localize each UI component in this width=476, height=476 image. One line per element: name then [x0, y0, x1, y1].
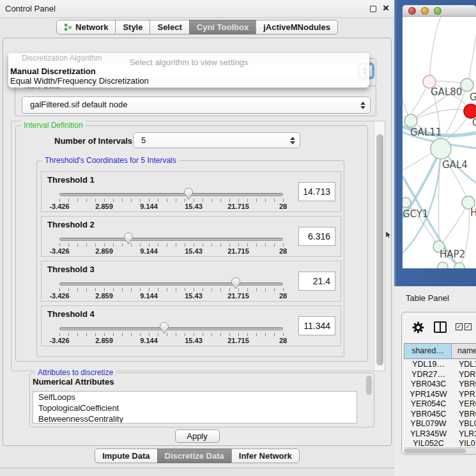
- network-node[interactable]: [454, 263, 464, 268]
- cell-name[interactable]: YBL0: [453, 419, 476, 429]
- network-edge: [429, 17, 441, 82]
- tick-label: 21.715: [227, 292, 249, 300]
- table-row[interactable]: YLR345WYLR3: [404, 429, 476, 440]
- node-label: GAL80: [431, 86, 462, 98]
- table-data-group: Table Data galFiltered.sif default node: [15, 86, 376, 116]
- vertical-scrollbar-thumb[interactable]: [376, 134, 383, 365]
- network-canvas[interactable]: GAL80GACGAL11GAL4GCY1HHAP2: [403, 17, 476, 268]
- network-inner-window: GAL80GACGAL11GAL4GCY1HHAP2: [403, 5, 476, 268]
- table-row[interactable]: YBR043CYBR0: [404, 380, 476, 390]
- tab-style[interactable]: Style: [115, 20, 150, 35]
- table-row[interactable]: YBL079WYBL0: [404, 419, 476, 429]
- table-rows: YDL19…YDL1YDR27…YDR2YBR043CYBR0YPR145WYP…: [404, 360, 476, 447]
- table-row[interactable]: YDL19…YDL1: [404, 360, 476, 370]
- tick-label: 28: [279, 292, 287, 300]
- tick-label: 21.715: [227, 337, 249, 344]
- table-row[interactable]: YDR27…YDR2: [404, 370, 476, 380]
- table-row[interactable]: YIL052CYIL0: [404, 439, 476, 447]
- vertical-scrollbar[interactable]: [374, 121, 385, 371]
- tab-select[interactable]: Select: [150, 20, 189, 35]
- network-node[interactable]: [461, 79, 473, 91]
- tab-discretize-data[interactable]: Discretize Data: [157, 449, 232, 463]
- numerical-attributes-list[interactable]: SelfLoopsTopologicalCoefficientBetweenne…: [33, 391, 357, 424]
- threshold-label: Threshold 1: [47, 175, 95, 185]
- table-header-shared-name[interactable]: shared…: [404, 344, 452, 358]
- threshold-value-field[interactable]: 21.4: [298, 272, 335, 291]
- tab-jactivemnodules[interactable]: jActiveMNodules: [256, 20, 338, 35]
- table-row[interactable]: YBR045CYBR0: [404, 410, 476, 420]
- threshold-label: Threshold 4: [47, 309, 95, 319]
- cell-name[interactable]: YBR0: [453, 410, 476, 420]
- tab-infer-network[interactable]: Infer Network: [231, 449, 300, 463]
- network-node[interactable]: [438, 262, 448, 268]
- table-row[interactable]: YER054CYER0: [404, 399, 476, 410]
- slider-track[interactable]: [59, 238, 283, 241]
- table-row[interactable]: YPR145WYPR1: [404, 390, 476, 400]
- attribute-item[interactable]: TopologicalCoefficient: [33, 403, 357, 413]
- table-header-name[interactable]: name: [452, 344, 476, 358]
- cell-shared-name[interactable]: YBR045C: [404, 410, 453, 420]
- apply-button[interactable]: Apply: [175, 429, 220, 443]
- tick-label: 2.859: [95, 203, 113, 210]
- network-node[interactable]: [403, 197, 411, 208]
- attribute-item[interactable]: SelfLoops: [33, 392, 357, 403]
- cell-shared-name[interactable]: YER054C: [404, 399, 453, 410]
- cell-shared-name[interactable]: YBL079W: [404, 419, 453, 429]
- close-icon[interactable]: ×: [383, 2, 389, 15]
- horizontal-scrollbar[interactable]: [404, 447, 476, 454]
- slider-track[interactable]: [59, 282, 283, 286]
- close-light-icon[interactable]: [408, 7, 416, 15]
- slider-track[interactable]: [59, 193, 283, 196]
- slider-track[interactable]: [59, 327, 283, 330]
- tick-label: 15.43: [185, 247, 203, 255]
- threshold-value-field[interactable]: 14.713: [298, 182, 335, 201]
- table-data-combobox[interactable]: galFiltered.sif default node: [22, 96, 371, 114]
- cell-shared-name[interactable]: YLR345W: [404, 429, 453, 440]
- cell-shared-name[interactable]: YPR145W: [404, 390, 453, 400]
- tab-network[interactable]: Network: [56, 20, 116, 35]
- network-node[interactable]: [464, 104, 476, 118]
- cell-name[interactable]: YIL0: [453, 439, 476, 447]
- threshold-row: Threshold 2 -3.4262.8599.14415.4321.7152…: [41, 216, 341, 257]
- list-scrollbar-thumb[interactable]: [366, 376, 372, 395]
- cell-name[interactable]: YLR3: [453, 429, 476, 440]
- attribute-item[interactable]: BetweennessCentrality: [33, 413, 357, 424]
- tick-label: -3.426: [49, 203, 69, 210]
- cell-name[interactable]: YPR1: [453, 390, 476, 400]
- network-node[interactable]: [404, 114, 417, 127]
- interval-definition-title: Interval Definition: [21, 121, 86, 130]
- split-column-icon[interactable]: [434, 321, 447, 333]
- number-of-intervals-combobox[interactable]: 5: [133, 132, 300, 148]
- cell-shared-name[interactable]: YDL19…: [404, 360, 453, 370]
- network-node[interactable]: [431, 139, 451, 159]
- threshold-value-field[interactable]: 6.316: [298, 227, 335, 246]
- tab-cyni-toolbox[interactable]: Cyni Toolbox: [189, 20, 256, 35]
- checkbox-icon[interactable]: ✓: [456, 323, 463, 330]
- minimize-light-icon[interactable]: [421, 7, 429, 15]
- cell-shared-name[interactable]: YIL052C: [404, 439, 453, 447]
- threshold-value-field[interactable]: 11.344: [298, 316, 335, 335]
- tick-label: 9.144: [140, 292, 158, 300]
- threshold-row: Threshold 3 -3.4262.8599.14415.4321.7152…: [41, 261, 341, 302]
- horizontal-scrollbar-thumb[interactable]: [404, 449, 466, 453]
- cell-name[interactable]: YBR0: [453, 380, 476, 390]
- threshold-rows: Threshold 1 -3.4262.8599.14415.4321.7152…: [37, 171, 341, 350]
- popup-item-manual-discretization[interactable]: Manual Discretization: [10, 66, 364, 76]
- thresholds-group-title: Threshold's Coordinates for 5 Intervals: [42, 156, 179, 165]
- cell-name[interactable]: YDR2: [453, 370, 476, 380]
- number-of-intervals-label: Number of Intervals: [54, 136, 132, 146]
- cell-shared-name[interactable]: YBR043C: [404, 380, 453, 390]
- network-edge: [411, 109, 471, 121]
- tick-label: 2.859: [95, 337, 113, 344]
- tab-impute-data[interactable]: Impute Data: [95, 449, 157, 463]
- cell-shared-name[interactable]: YDR27…: [404, 370, 453, 380]
- gear-icon[interactable]: [412, 321, 424, 334]
- popup-item-equal-width-frequency[interactable]: Equal Width/Frequency Discretization: [10, 76, 364, 86]
- cell-name[interactable]: YDL1: [453, 360, 476, 370]
- node-label: GAL11: [410, 127, 441, 138]
- zoom-light-icon[interactable]: [434, 7, 441, 15]
- table-panel: ✓ ✓ shared… name YDL19…YDL1YDR27…YDR2YBR…: [401, 312, 476, 455]
- cell-name[interactable]: YER0: [453, 399, 476, 410]
- float-window-icon[interactable]: [370, 6, 376, 12]
- checkbox-icon[interactable]: ✓: [464, 323, 472, 330]
